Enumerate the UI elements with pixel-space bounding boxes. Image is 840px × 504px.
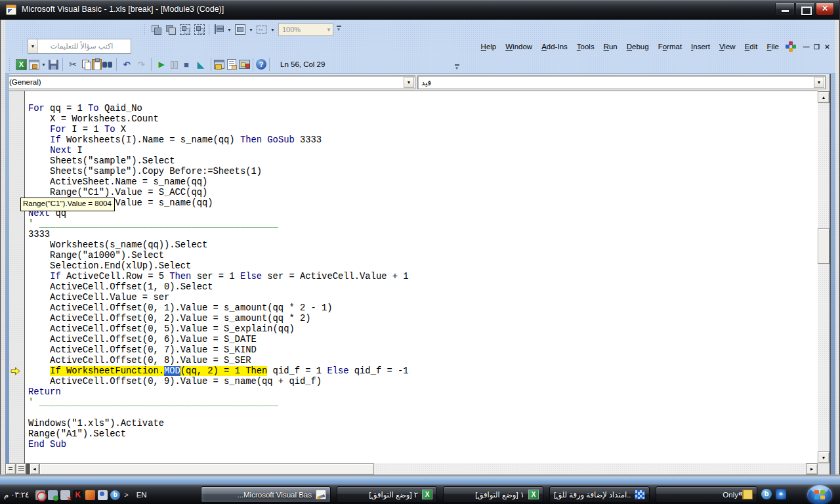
code-line: ' ______________________________________…	[28, 219, 409, 230]
taskbar-clock[interactable]: ٠٣:٢٤ م	[4, 490, 29, 499]
menu-edit[interactable]: Edit	[740, 41, 763, 52]
close-button[interactable]	[816, 3, 834, 16]
tray-overflow-arrow[interactable]: >	[124, 491, 128, 499]
tray-icons: Kb	[34, 490, 121, 500]
messenger-tray-icon[interactable]	[98, 490, 108, 500]
toolbar-options-button[interactable]	[454, 64, 461, 73]
find-icon[interactable]	[102, 60, 114, 69]
cursor-position-label: Ln 56, Col 29	[280, 60, 325, 68]
zoom-dropdown-arrow[interactable]: ▼	[326, 27, 331, 33]
code-line: ActiveCell.Value = ser	[28, 293, 409, 303]
toolbar-drag-handle[interactable]	[9, 58, 11, 71]
search-toolbar-handle[interactable]	[22, 40, 24, 53]
send-to-back-icon[interactable]	[164, 23, 177, 36]
same-size-dropdown-arrow[interactable]: ▼	[269, 24, 276, 35]
menu-window[interactable]: Window	[501, 41, 537, 52]
full-module-view-button[interactable]	[16, 463, 26, 474]
scroll-left-button[interactable]: ◄	[30, 463, 39, 474]
object-combo[interactable]: (General) ▼	[5, 75, 415, 89]
cut-icon[interactable]: ✂	[66, 58, 79, 71]
view-object-dropdown-arrow[interactable]: ▼	[40, 58, 47, 70]
copy-icon[interactable]	[81, 59, 91, 70]
maximize-button[interactable]	[795, 3, 815, 16]
help-icon[interactable]: ?	[256, 59, 266, 70]
horizontal-scroll-thumb[interactable]	[39, 463, 374, 474]
separator	[62, 58, 63, 71]
taskbar-button-emtdad[interactable]: [امتداد لإضافة ورقة للق...	[549, 486, 650, 503]
procedure-combo-arrow[interactable]: ▼	[814, 77, 824, 88]
menu-help[interactable]: Help	[476, 41, 501, 52]
properties-window-icon[interactable]	[227, 59, 236, 70]
office-pinwheel-icon[interactable]	[786, 41, 796, 52]
separator	[253, 58, 253, 71]
zoom-combo[interactable]: 100% ▼	[278, 23, 333, 36]
scrollbar-corner	[818, 463, 830, 474]
paste-icon[interactable]	[92, 59, 102, 70]
kaspersky-tray-icon[interactable]: K	[73, 490, 83, 500]
search-dropdown-arrow[interactable]: ▼	[28, 39, 38, 53]
design-mode-icon[interactable]: ◣	[194, 58, 207, 71]
procedure-view-button[interactable]	[5, 463, 16, 474]
browser-quick-launch-icon[interactable]: b	[761, 489, 772, 499]
taskbar-button-msvb[interactable]: ...Microsoft Visual Bas	[201, 486, 331, 503]
network-tray-icon[interactable]	[48, 490, 58, 500]
code-editor[interactable]: For qq = 1 To Qaid_No X = Worksheets.Cou…	[24, 91, 818, 463]
taskbar-button-label: Only	[723, 491, 738, 499]
break-icon[interactable]	[169, 59, 179, 70]
menu-addins[interactable]: Add-Ins	[537, 41, 572, 52]
help-search-combo[interactable]: ▼ اكتب سؤالاً للتعليمات	[28, 39, 131, 54]
separator	[151, 58, 152, 71]
mdi-close-button[interactable]: ✕	[822, 42, 832, 52]
taskbar-button-excel1[interactable]: ١ [وضع التوافق]X	[443, 486, 543, 503]
notes-icon	[742, 490, 753, 499]
start-button[interactable]	[805, 484, 834, 504]
quick-launch-chevron[interactable]: «	[738, 489, 743, 498]
vertical-scrollbar[interactable]	[818, 91, 830, 463]
object-browser-icon[interactable]	[239, 60, 250, 69]
scroll-down-button[interactable]: ▼	[818, 452, 830, 463]
separator	[209, 24, 209, 35]
procedure-combo[interactable]: قيد ▼	[417, 75, 826, 89]
project-explorer-icon[interactable]	[214, 60, 224, 69]
undo-icon[interactable]: ↶	[120, 58, 133, 71]
menu-file[interactable]: File	[762, 41, 784, 52]
mdi-restore-button[interactable]: ❐	[812, 42, 822, 52]
menu-format[interactable]: Format	[654, 41, 686, 52]
run-icon[interactable]: ▶	[155, 58, 168, 71]
dcpp-quick-launch-icon[interactable]: ✶	[776, 489, 786, 499]
menu-view[interactable]: View	[715, 41, 740, 52]
code-line: End Sub	[28, 440, 409, 450]
language-indicator[interactable]: EN	[136, 491, 147, 499]
usb-remove-tray-icon[interactable]	[60, 490, 70, 500]
vertical-scroll-thumb[interactable]	[818, 228, 830, 264]
minimize-button[interactable]	[775, 3, 795, 16]
menu-debug[interactable]: Debug	[622, 41, 654, 52]
scroll-right-button[interactable]: ►	[806, 463, 818, 474]
group-icon[interactable]	[178, 23, 192, 36]
mdi-minimize-button[interactable]: —	[801, 42, 811, 52]
menu-run[interactable]: Run	[599, 41, 622, 52]
menu-insert[interactable]: Insert	[686, 41, 715, 52]
center-icon[interactable]	[234, 23, 247, 36]
menu-tools[interactable]: Tools	[572, 41, 599, 52]
taskbar-button-excel2[interactable]: ٢ [وضع التوافق]X	[337, 486, 437, 503]
toolbar-options-button[interactable]	[336, 25, 343, 34]
align-icon[interactable]	[212, 23, 225, 36]
toolbar-drag-handle[interactable]	[144, 24, 146, 35]
bring-to-front-icon[interactable]	[150, 23, 163, 36]
center-dropdown-arrow[interactable]: ▼	[247, 24, 255, 35]
save-icon[interactable]	[49, 60, 58, 70]
object-combo-value: (General)	[9, 78, 41, 86]
view-object-icon[interactable]	[29, 60, 39, 70]
align-dropdown-arrow[interactable]: ▼	[226, 24, 233, 35]
browser-tray-icon[interactable]: b	[110, 490, 120, 500]
view-excel-icon[interactable]: X	[16, 59, 27, 70]
redo-icon[interactable]: ↷	[135, 58, 148, 71]
make-same-size-icon[interactable]	[255, 23, 268, 36]
reset-icon[interactable]: ■	[180, 58, 193, 71]
ungroup-icon[interactable]	[193, 23, 206, 36]
object-combo-arrow[interactable]: ▼	[404, 77, 414, 88]
app-orange-tray-icon[interactable]	[85, 490, 95, 500]
volume-muted-tray-icon[interactable]	[35, 490, 45, 500]
scroll-up-button[interactable]: ▲	[818, 91, 830, 103]
